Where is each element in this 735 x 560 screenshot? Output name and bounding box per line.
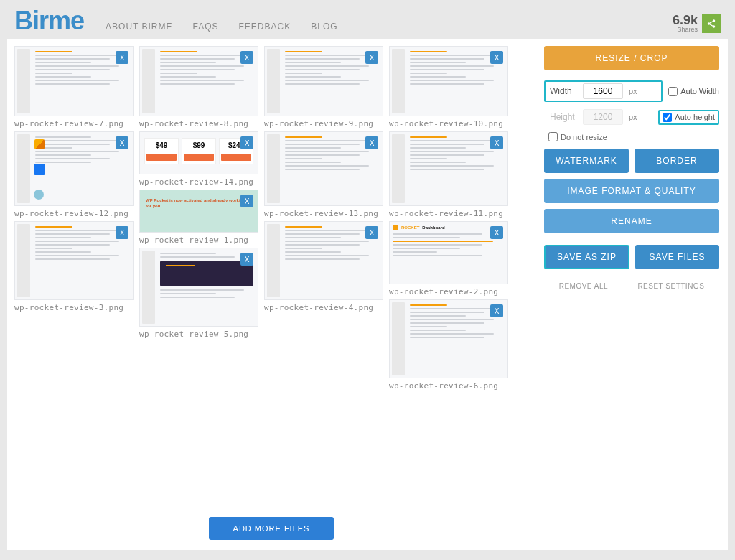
thumbnail: Xwp-rocket-review-12.png (14, 131, 134, 218)
close-icon[interactable]: X (490, 51, 503, 64)
nav-blog[interactable]: BLOG (311, 22, 337, 32)
nav-feedback[interactable]: FEEDBACK (239, 22, 291, 32)
reset-settings-link[interactable]: RESET SETTINGS (637, 282, 704, 290)
thumbnail: Xwp-rocket-review-11.png (389, 131, 508, 218)
thumbnail: $49 $99 $249 Xwp-rocket-review-14.png (139, 131, 258, 187)
close-icon[interactable]: X (490, 226, 503, 239)
height-label: Height (550, 112, 583, 122)
shares-box: 6.9k Shares (673, 14, 721, 36)
header: Birme ABOUT BIRME FAQS FEEDBACK BLOG 6.9… (0, 0, 735, 39)
thumbnail-caption: wp-rocket-review-13.png (264, 209, 383, 218)
width-group: Width px (544, 80, 663, 102)
border-button[interactable]: BORDER (635, 149, 719, 173)
thumbnail: Xwp-rocket-review-7.png (14, 46, 134, 129)
thumbnail-image[interactable]: X (14, 46, 134, 116)
thumbnail-caption: wp-rocket-review-4.png (264, 303, 383, 312)
nav: ABOUT BIRME FAQS FEEDBACK BLOG (106, 22, 338, 36)
thumbnail-image[interactable]: X (389, 46, 508, 116)
width-input[interactable] (583, 83, 623, 99)
thumbnail: Xwp-rocket-review-6.png (389, 299, 508, 391)
add-more-files-button[interactable]: ADD MORE FILES (209, 517, 334, 540)
thumbnail-image[interactable]: ROCKET DashboardX (389, 221, 508, 284)
thumbnail: Xwp-rocket-review-13.png (264, 131, 383, 218)
thumbnail: WP Rocket is now activated and already w… (139, 190, 258, 245)
thumbnail-caption: wp-rocket-review-11.png (389, 209, 508, 218)
shares-label: Shares (673, 27, 698, 33)
thumbnail: Xwp-rocket-review-5.png (139, 248, 258, 339)
thumbnail: Xwp-rocket-review-4.png (264, 221, 383, 312)
save-as-zip-button[interactable]: SAVE AS ZIP (544, 245, 629, 269)
gallery: Xwp-rocket-review-7.pngXwp-rocket-review… (7, 39, 535, 550)
thumbnail-image[interactable]: X (264, 131, 383, 206)
resize-crop-button[interactable]: RESIZE / CROP (544, 46, 719, 70)
nav-faqs[interactable]: FAQS (193, 22, 219, 32)
px-label-2: px (623, 113, 637, 121)
image-format-button[interactable]: IMAGE FORMAT & QUALITY (544, 179, 719, 203)
thumbnail: Xwp-rocket-review-9.png (264, 46, 383, 129)
px-label: px (623, 87, 637, 95)
thumbnail-caption: wp-rocket-review-2.png (389, 287, 508, 297)
thumbnail-image[interactable]: X (14, 221, 134, 300)
share-icon[interactable] (702, 14, 721, 33)
thumbnail-caption: wp-rocket-review-1.png (139, 235, 258, 245)
thumbnail-image[interactable]: X (264, 46, 383, 116)
thumbnail-caption: wp-rocket-review-9.png (264, 119, 383, 129)
close-icon[interactable]: X (240, 195, 253, 207)
logo[interactable]: Birme (14, 6, 84, 36)
close-icon[interactable]: X (240, 253, 253, 266)
watermark-button[interactable]: WATERMARK (544, 149, 629, 173)
thumbnail-image[interactable]: X (389, 131, 508, 206)
thumbnail-image[interactable]: X (389, 299, 508, 378)
height-group: Height px (544, 106, 652, 128)
thumbnail-image[interactable]: X (14, 131, 134, 206)
close-icon[interactable]: X (365, 136, 378, 149)
thumbnail: Xwp-rocket-review-3.png (14, 221, 134, 312)
close-icon[interactable]: X (365, 51, 378, 64)
close-icon[interactable]: X (490, 136, 503, 149)
thumbnail-image[interactable]: X (139, 46, 258, 116)
rename-button[interactable]: RENAME (544, 209, 719, 233)
nav-about[interactable]: ABOUT BIRME (106, 22, 172, 32)
save-files-button[interactable]: SAVE FILES (635, 245, 719, 269)
shares-count: 6.9k (673, 14, 698, 27)
close-icon[interactable]: X (116, 51, 128, 64)
height-input[interactable] (583, 109, 623, 125)
do-not-resize-checkbox[interactable]: Do not resize (548, 132, 719, 141)
width-label: Width (550, 86, 583, 96)
thumbnail-image[interactable]: $49 $99 $249 X (139, 131, 258, 174)
thumbnail-image[interactable]: X (139, 248, 258, 327)
svg-point-0 (713, 19, 716, 22)
remove-all-link[interactable]: REMOVE ALL (559, 282, 608, 290)
auto-width-checkbox[interactable]: Auto Width (668, 87, 719, 96)
close-icon[interactable]: X (365, 226, 378, 239)
close-icon[interactable]: X (490, 304, 503, 317)
close-icon[interactable]: X (116, 226, 128, 239)
thumbnail-image[interactable]: WP Rocket is now activated and already w… (139, 190, 258, 233)
svg-point-2 (713, 25, 716, 28)
close-icon[interactable]: X (240, 51, 253, 64)
thumbnail-caption: wp-rocket-review-3.png (14, 303, 134, 312)
auto-height-checkbox[interactable]: Auto height (658, 110, 719, 125)
sidebar: RESIZE / CROP Width px Auto Width Height… (535, 39, 728, 550)
thumbnail-caption: wp-rocket-review-10.png (389, 119, 508, 129)
main: Xwp-rocket-review-7.pngXwp-rocket-review… (7, 39, 728, 550)
close-icon[interactable]: X (116, 136, 128, 149)
svg-point-1 (708, 22, 711, 25)
thumbnail: ROCKET DashboardXwp-rocket-review-2.png (389, 221, 508, 297)
thumbnail-image[interactable]: X (264, 221, 383, 300)
thumbnail-caption: wp-rocket-review-5.png (139, 330, 258, 339)
thumbnail-caption: wp-rocket-review-6.png (389, 381, 508, 391)
thumbnail-caption: wp-rocket-review-14.png (139, 177, 258, 187)
close-icon[interactable]: X (240, 136, 253, 149)
thumbnail-caption: wp-rocket-review-12.png (14, 209, 134, 218)
thumbnail-caption: wp-rocket-review-8.png (139, 119, 258, 129)
thumbnail: Xwp-rocket-review-10.png (389, 46, 508, 129)
thumbnail: Xwp-rocket-review-8.png (139, 46, 258, 129)
thumbnail-caption: wp-rocket-review-7.png (14, 119, 134, 129)
